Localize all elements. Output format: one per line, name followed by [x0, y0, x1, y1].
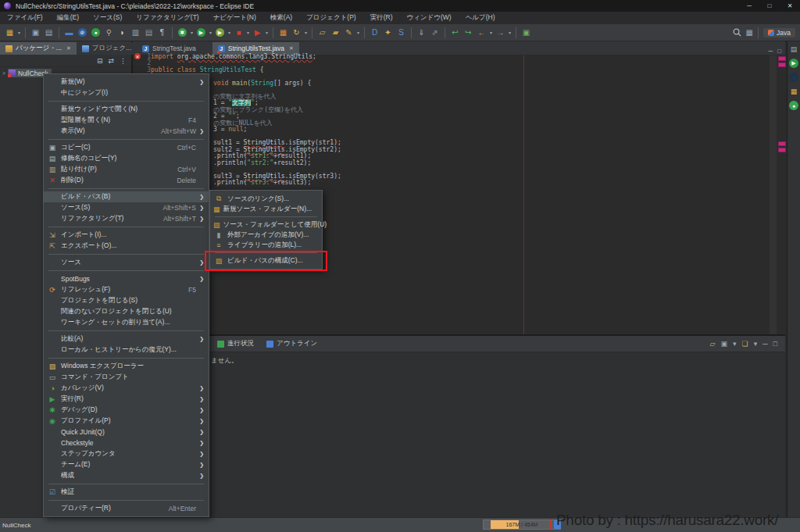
menu-item-4[interactable]: ▮外部アーカイブの追加(V)... — [210, 230, 322, 240]
tasks-icon[interactable]: ▦ — [789, 87, 798, 96]
menubar-item-6[interactable]: プロジェクト(P) — [299, 13, 363, 23]
stop-button[interactable]: ■ — [232, 27, 245, 39]
close-tab-icon[interactable]: ✕ — [289, 45, 294, 52]
dropdown-arrow-icon[interactable]: ▾ — [227, 30, 232, 35]
gradle-icon[interactable]: ◖ — [789, 73, 798, 82]
annotate-button[interactable]: ✎ — [342, 27, 355, 39]
back-button[interactable]: ← — [475, 27, 488, 39]
collapse-all-icon[interactable]: ⊟ — [97, 57, 103, 65]
menu-item-30[interactable]: ▨Windows エクスプローラー — [44, 361, 209, 372]
forward-button[interactable]: → — [494, 27, 507, 39]
menu-item-0[interactable]: 新規(W)❯ — [44, 77, 209, 87]
menubar-item-5[interactable]: 検索(A) — [263, 13, 299, 23]
menu-item-37[interactable]: Checkstyle❯ — [44, 437, 209, 448]
next-edit-button[interactable]: ↪ — [462, 27, 475, 39]
menu-item-27[interactable]: 比較(A)❯ — [44, 334, 209, 345]
menubar-item-1[interactable]: 編集(E) — [50, 13, 86, 23]
menu-item-44[interactable]: プロパティー(R)Alt+Enter — [44, 503, 209, 514]
menubar-item-0[interactable]: ファイル(F) — [0, 13, 50, 23]
menu-item-3[interactable]: 新規ウィンドウで開く(N) — [44, 104, 209, 115]
last-edit-button[interactable]: ↩ — [448, 27, 462, 39]
display-selected-icon[interactable]: ▣ — [721, 340, 728, 348]
minimize-editor-icon[interactable]: ─ — [768, 48, 773, 55]
menu-item-19[interactable]: ソース❯ — [44, 257, 209, 268]
dropdown-arrow-icon[interactable]: ▾ — [355, 30, 361, 35]
menu-item-25[interactable]: ワーキング・セットの割り当て(A)... — [44, 317, 209, 328]
relaunch-button[interactable]: ▶ — [251, 27, 264, 39]
console-view-button[interactable]: ▬ — [62, 27, 76, 39]
plug-button[interactable]: ⚲ — [102, 27, 116, 39]
menu-item-12[interactable]: ビルド・パス(B)❯ — [44, 191, 209, 202]
build-button[interactable]: ↻ — [290, 27, 303, 39]
run-button[interactable]: ▶ — [195, 27, 208, 39]
error-overview-mark[interactable] — [778, 56, 786, 61]
menu-item-33[interactable]: ▶実行(R)❯ — [44, 394, 209, 405]
dropdown-arrow-icon[interactable]: ▾ — [245, 30, 251, 35]
open-console-icon[interactable]: ▱ — [710, 340, 716, 348]
menubar-item-4[interactable]: ナビゲート(N) — [206, 13, 263, 23]
skip-breakpoints-button[interactable]: ⊘ — [76, 27, 89, 39]
menu-item-8[interactable]: ▤修飾名のコピー(Y) — [44, 153, 209, 164]
tab-project-explorer[interactable]: プロジェク... — [77, 42, 138, 55]
menu-item-7[interactable]: ▣コピー(C)Ctrl+C — [44, 142, 209, 153]
coverage-button[interactable]: ▶ — [213, 27, 227, 39]
java-perspective-button[interactable]: Java — [763, 28, 795, 37]
show-whitespace-button[interactable]: ¶ — [155, 27, 169, 39]
menu-item-39[interactable]: チーム(E)❯ — [44, 459, 209, 470]
menu-item-10[interactable]: ✕削除(D)Delete — [44, 175, 209, 186]
error-overview-mark[interactable] — [778, 148, 786, 152]
menu-item-34[interactable]: ✱デバッグ(D)❯ — [44, 405, 209, 416]
dropdown-arrow-icon[interactable]: ▾ — [189, 30, 195, 35]
menubar-item-8[interactable]: ウィンドウ(W) — [399, 13, 458, 23]
error-overview-mark[interactable] — [778, 141, 786, 146]
menubar-item-7[interactable]: 実行(R) — [363, 13, 400, 23]
menu-item-16[interactable]: ⇲インポート(I)... — [44, 230, 209, 241]
menu-item-17[interactable]: ⇱エクスポート(O)... — [44, 241, 209, 252]
menu-item-23[interactable]: プロジェクトを閉じる(S) — [44, 295, 209, 306]
maximize-view-icon[interactable]: □ — [773, 340, 777, 348]
heap-status-widget[interactable]: 167M / 454M — [483, 520, 561, 530]
menubar-item-2[interactable]: ソース(S) — [86, 13, 129, 23]
menu-item-14[interactable]: リファクタリング(T)Alt+Shift+T❯ — [44, 213, 209, 224]
bottom-tab-1[interactable]: アウトライン — [260, 336, 323, 352]
debug-button[interactable]: ✱ — [176, 27, 189, 39]
menu-item-31[interactable]: ▭コマンド・プロンプト — [44, 372, 209, 383]
menubar-item-9[interactable]: ヘルプ(H) — [459, 13, 502, 23]
save-all-button[interactable]: ▤ — [42, 27, 55, 39]
error-overview-mark[interactable] — [778, 62, 786, 67]
attach-button[interactable]: ⇗ — [428, 27, 441, 39]
new-java-project-button[interactable]: ▦ — [277, 27, 290, 39]
dropdown-arrow-icon[interactable]: ▾ — [264, 30, 270, 35]
open-folder-button[interactable]: ▱ — [316, 27, 329, 39]
expand-arrow-icon[interactable]: > — [0, 70, 8, 76]
editor-scrollbar[interactable] — [770, 55, 777, 334]
bottom-tab-0[interactable]: 進行状況 — [211, 336, 260, 352]
sweep-button[interactable]: ◗ — [116, 27, 129, 39]
menu-item-38[interactable]: ステップカウンタ❯ — [44, 448, 209, 459]
new-wizard-button[interactable]: ▦ — [3, 27, 16, 39]
maximize-button[interactable]: □ — [759, 0, 780, 12]
menu-item-24[interactable]: 関連のないプロジェクトを閉じる(U) — [44, 306, 209, 317]
link-editor-button[interactable]: ▣ — [520, 27, 533, 39]
open-perspective-icon[interactable]: ▦ — [746, 28, 753, 37]
resume-button[interactable]: ● — [89, 27, 102, 39]
menu-item-13[interactable]: ソース(S)Alt+Shift+S❯ — [44, 202, 209, 213]
minimize-button[interactable]: ─ — [739, 0, 759, 12]
menu-item-42[interactable]: ☑検証 — [44, 487, 209, 498]
star-task-button[interactable]: ✦ — [381, 27, 395, 39]
menu-item-4[interactable]: 型階層を開く(N)F4 — [44, 115, 209, 126]
menu-item-0[interactable]: ⧉ソースのリンク(S)... — [210, 194, 322, 204]
menu-item-9[interactable]: ▥貼り付け(P)Ctrl+V — [44, 164, 209, 175]
menubar-item-3[interactable]: リファクタリング(T) — [129, 13, 205, 23]
menu-item-21[interactable]: SpotBugs❯ — [44, 273, 209, 284]
grid-doc-button[interactable]: ▤ — [142, 27, 155, 39]
tab-package-explorer[interactable]: パッケージ・... ✕ — [0, 42, 77, 55]
dropdown-arrow-icon[interactable]: ▾ — [16, 30, 22, 35]
download-button[interactable]: ⇓ — [415, 27, 428, 39]
link-with-editor-icon[interactable]: ⇄ — [108, 57, 114, 65]
error-marker-icon[interactable]: ✕ — [134, 53, 141, 59]
junit-run-icon[interactable]: ▶ — [789, 59, 798, 68]
view-menu-icon[interactable]: ⋮ — [120, 57, 127, 65]
close-tab-icon[interactable]: ✕ — [66, 45, 71, 52]
search-icon[interactable] — [733, 28, 741, 37]
